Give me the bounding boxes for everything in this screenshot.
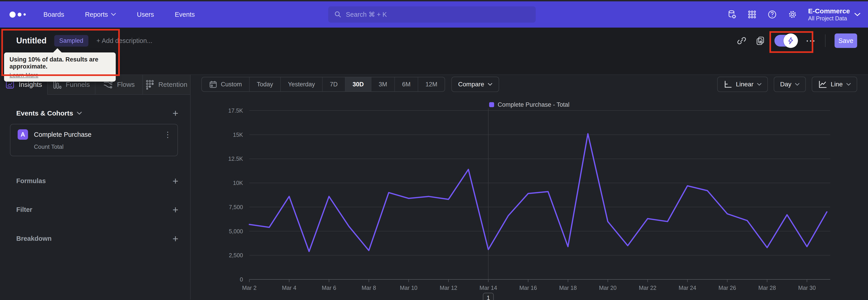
compare-button[interactable]: Compare	[452, 77, 499, 92]
sampled-badge[interactable]: Sampled	[54, 35, 88, 47]
data-management-icon[interactable]	[727, 10, 737, 19]
lightning-bolt-icon	[789, 37, 793, 44]
range-custom[interactable]: Custom	[202, 77, 249, 91]
tab-label: Funnels	[66, 81, 90, 88]
control-label: Day	[780, 81, 792, 88]
search-input[interactable]: Search ⌘ + K	[328, 6, 536, 23]
date-range-control: CustomTodayYesterday7D30D3M6M12M	[202, 77, 445, 92]
y-tick-label: 12.5K	[228, 155, 243, 162]
query-builder-panel: InsightsFunnelsFlowsRetention Events & C…	[0, 75, 191, 300]
range-label: 30D	[352, 81, 364, 88]
x-tick-label: Mar 22	[639, 284, 656, 291]
series-letter-badge: A	[18, 129, 28, 140]
add-description[interactable]: + Add description...	[96, 37, 152, 44]
x-tick-label: Mar 10	[400, 284, 417, 291]
range-3m[interactable]: 3M	[371, 77, 395, 91]
range-label: 6M	[402, 81, 411, 88]
learn-more-link[interactable]: Learn More	[9, 72, 38, 79]
x-tick-label: Mar 2	[242, 284, 256, 291]
section-filter: Filter+	[16, 206, 178, 214]
day-dropdown[interactable]: Day	[774, 77, 806, 92]
legend-label: Complete Purchase - Total	[498, 101, 569, 108]
logo-dot-medium	[18, 13, 22, 17]
add-filter-button[interactable]: +	[173, 206, 178, 214]
add-to-board-icon[interactable]	[755, 36, 765, 46]
section-label: Filter	[16, 206, 32, 213]
nav-items: BoardsReportsUsersEvents	[43, 11, 195, 18]
range-30d[interactable]: 30D	[345, 77, 371, 91]
nav-right: E-Commerce All Project Data	[727, 1, 860, 28]
nav-item-boards[interactable]: Boards	[43, 11, 64, 18]
line-chart-icon	[818, 80, 827, 88]
y-tick-label: 5,000	[229, 228, 243, 235]
apps-grid-icon[interactable]	[747, 10, 756, 19]
range-yesterday[interactable]: Yesterday	[280, 77, 322, 91]
builder-sections: Formulas+Filter+Breakdown+	[16, 177, 178, 243]
chevron-down-icon	[855, 13, 860, 16]
event-metric[interactable]: Count Total	[34, 143, 172, 150]
section-label: Breakdown	[16, 235, 52, 242]
range-label: 7D	[330, 81, 338, 88]
mixpanel-insights-screen: BoardsReportsUsersEvents Search ⌘ + K	[0, 0, 868, 300]
annotation-badge[interactable]: 1	[483, 293, 493, 300]
nav-item-label: Events	[175, 11, 195, 18]
chevron-down-icon	[795, 83, 800, 86]
chart-legend[interactable]: Complete Purchase - Total	[191, 101, 868, 108]
x-tick-label: Mar 20	[599, 284, 617, 291]
chevron-down-icon	[77, 112, 82, 115]
chevron-down-icon	[488, 83, 492, 86]
chevron-down-icon	[111, 13, 116, 16]
linear-dropdown[interactable]: Linear	[717, 77, 768, 92]
line-dropdown[interactable]: Line	[812, 77, 857, 92]
event-kebab-menu[interactable]: ⋮	[164, 131, 172, 138]
legend-swatch	[489, 102, 494, 107]
nav-item-events[interactable]: Events	[175, 11, 195, 18]
copy-link-icon[interactable]	[737, 36, 746, 46]
add-formulas-button[interactable]: +	[173, 177, 178, 185]
nav-item-label: Boards	[43, 11, 64, 18]
x-tick-label: Mar 30	[798, 284, 816, 291]
y-tick-label: 0	[240, 276, 243, 282]
events-cohorts-header: Events & Cohorts +	[16, 109, 178, 117]
add-breakdown-button[interactable]: +	[173, 235, 178, 243]
chevron-down-icon	[757, 83, 762, 86]
report-title[interactable]: Untitled	[16, 36, 46, 46]
calendar-icon	[209, 80, 217, 88]
tab-label: Insights	[19, 81, 42, 88]
sampling-tooltip: Using 10% of data. Results are approxima…	[4, 53, 116, 82]
y-tick-label: 17.5K	[228, 108, 243, 114]
x-tick-label: Mar 18	[559, 284, 577, 291]
tab-retention[interactable]: Retention	[143, 75, 190, 95]
project-selector[interactable]: E-Commerce All Project Data	[808, 7, 860, 22]
report-title-bar: Untitled Sampled + Add description...	[0, 28, 868, 75]
project-scope: All Project Data	[808, 15, 850, 22]
range-6m[interactable]: 6M	[395, 77, 418, 91]
search-placeholder: Search ⌘ + K	[346, 11, 387, 18]
section-formulas: Formulas+	[16, 177, 178, 185]
help-icon[interactable]	[767, 10, 777, 19]
insights-chart-svg[interactable]: 02,5005,0007,50010K12.5K15K17.5KMar 2Mar…	[191, 108, 868, 300]
nav-item-reports[interactable]: Reports	[85, 11, 116, 18]
logo-dot-small	[24, 13, 26, 16]
view-controls: LinearDayLine	[717, 77, 857, 92]
more-options-button[interactable]: ⋯	[806, 38, 816, 43]
query-builder: Events & Cohorts + A Complete Purchase ⋮…	[0, 95, 190, 300]
mixpanel-logo[interactable]	[9, 11, 26, 18]
range-today[interactable]: Today	[249, 77, 280, 91]
events-cohorts-label: Events & Cohorts	[16, 110, 73, 117]
range-12m[interactable]: 12M	[418, 77, 445, 91]
save-button[interactable]: Save	[835, 33, 857, 48]
event-card[interactable]: A Complete Purchase ⋮ Count Total	[10, 124, 178, 156]
sampling-toggle[interactable]	[774, 35, 797, 47]
events-cohorts-title[interactable]: Events & Cohorts	[16, 110, 82, 117]
settings-gear-icon[interactable]	[788, 10, 797, 19]
range-label: Custom	[221, 81, 242, 88]
range-7d[interactable]: 7D	[322, 77, 345, 91]
compare-label: Compare	[458, 81, 484, 88]
range-label: Today	[257, 81, 273, 88]
add-event-button[interactable]: +	[173, 109, 178, 117]
tooltip-message: Using 10% of data. Results are approxima…	[9, 56, 110, 70]
nav-item-users[interactable]: Users	[137, 11, 154, 18]
actions-divider	[825, 34, 826, 47]
event-name: Complete Purchase	[34, 131, 92, 138]
